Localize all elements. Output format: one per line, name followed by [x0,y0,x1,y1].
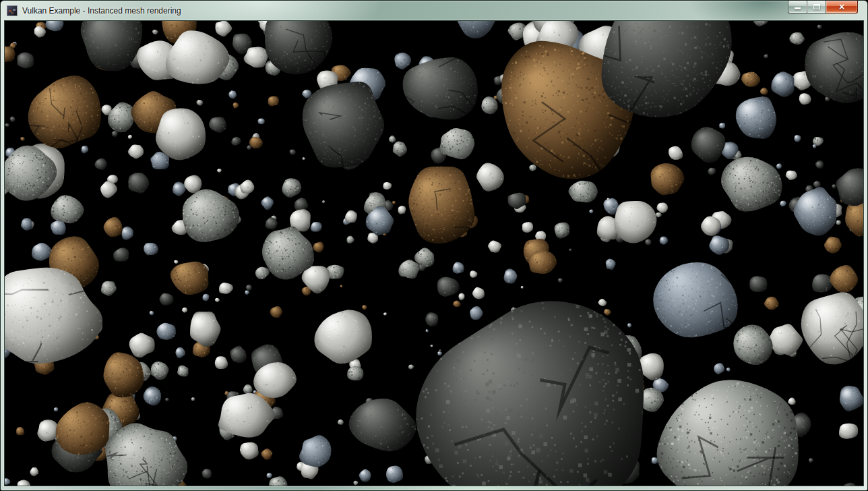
maximize-button[interactable] [807,1,826,13]
minimize-icon [795,7,801,9]
app-window: Vulkan Example - Instanced mesh renderin… [0,0,868,491]
close-button[interactable]: × [826,1,858,13]
app-icon [7,5,18,16]
close-icon: × [839,2,844,11]
window-title: Vulkan Example - Instanced mesh renderin… [22,6,181,16]
titlebar[interactable]: Vulkan Example - Instanced mesh renderin… [1,1,867,20]
window-controls: × [788,1,858,13]
render-canvas[interactable] [5,21,863,486]
minimize-button[interactable] [788,1,807,13]
render-viewport [4,20,864,486]
maximize-icon [813,4,820,9]
